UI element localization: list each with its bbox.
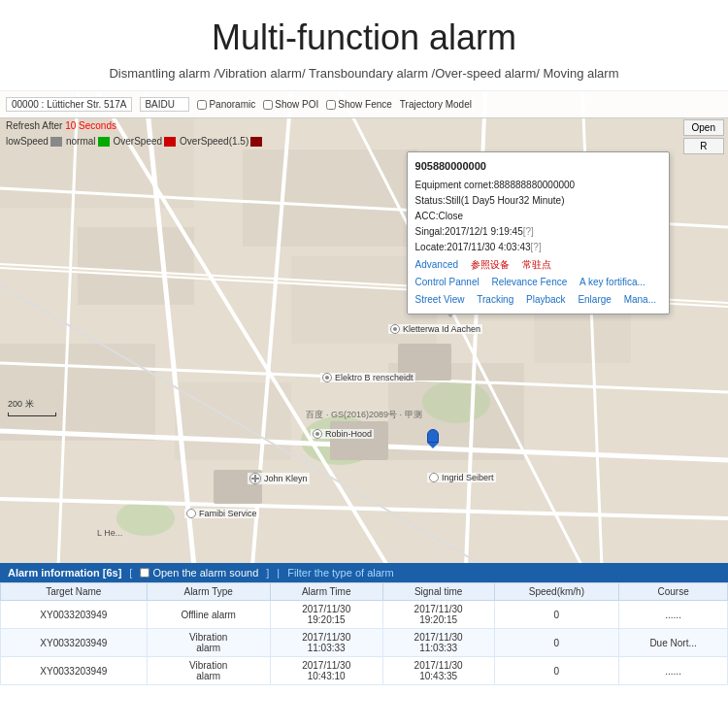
popup-acc: ACC:Close bbox=[415, 209, 661, 224]
popup-equipment: Equipment cornet:888888880000000 bbox=[415, 178, 661, 193]
lowspeed-legend: lowSpeed bbox=[6, 136, 62, 147]
svg-rect-3 bbox=[78, 227, 194, 305]
alarm-section: Alarm information [6s] [ Open the alarm … bbox=[0, 563, 728, 728]
open-button[interactable]: Open bbox=[683, 119, 724, 136]
popup-signal: Singal:2017/12/1 9:19:45[?] bbox=[415, 224, 661, 240]
svg-rect-7 bbox=[0, 344, 155, 441]
link-enlarge[interactable]: Enlarge bbox=[578, 294, 611, 305]
link-streetview[interactable]: Street View bbox=[415, 294, 465, 305]
overspeed15-legend: OverSpeed(1.5) bbox=[180, 136, 262, 147]
map-side-buttons: Open R bbox=[683, 119, 724, 154]
normal-dot bbox=[98, 137, 110, 147]
map-toolbar: 00000 : Lütticher Str. 517A BAIDU Panora… bbox=[0, 91, 728, 118]
link-tracking[interactable]: Tracking bbox=[477, 294, 513, 305]
table-row: XY0033203949Vibration alarm2017/11/30 11… bbox=[1, 629, 728, 657]
page-title: Multi-function alarm bbox=[10, 17, 718, 58]
svg-rect-2 bbox=[243, 149, 417, 247]
popup-links-row1: Advanced 参照设备 常驻点 bbox=[415, 257, 661, 273]
place-lhe: L He... bbox=[97, 528, 122, 538]
table-row: XY0033203949Offline alarm2017/11/30 19:2… bbox=[1, 601, 728, 629]
link-resident[interactable]: 常驻点 bbox=[522, 259, 551, 270]
alarm-table-header-row: Target Name Alarm Type Alarm Time Signal… bbox=[1, 583, 728, 601]
popup-locate: Locate:2017/11/30 4:03:43[?] bbox=[415, 240, 661, 255]
alarm-sound-label: Open the alarm sound bbox=[152, 567, 258, 579]
place-robin: Robin-Hood bbox=[311, 429, 374, 439]
overspeed-legend: OverSpeed bbox=[114, 136, 177, 147]
alarm-table: Target Name Alarm Type Alarm Time Signal… bbox=[0, 582, 728, 685]
overspeed-dot bbox=[164, 137, 176, 147]
popup-links-row3: Street View Tracking Playback Enlarge Ma… bbox=[415, 292, 661, 308]
place-kletterwa: Kletterwa Id Aachen bbox=[388, 324, 482, 334]
popup-links-row2: Control Pannel Relevance Fence A key for… bbox=[415, 275, 661, 290]
r-button[interactable]: R bbox=[683, 138, 724, 154]
refresh-text: Refresh After 10 Seconds bbox=[6, 120, 116, 131]
place-john: John Kleyn bbox=[248, 473, 310, 484]
alarm-sound-check[interactable]: Open the alarm sound bbox=[140, 567, 258, 579]
link-control[interactable]: Control Pannel bbox=[415, 277, 480, 287]
link-manage[interactable]: Mana... bbox=[624, 294, 656, 305]
map-container[interactable]: 00000 : Lütticher Str. 517A BAIDU Panora… bbox=[0, 91, 728, 567]
lowspeed-dot bbox=[50, 137, 62, 147]
col-target: Target Name bbox=[1, 583, 148, 601]
info-popup: 905880000000 Equipment cornet:8888888800… bbox=[407, 151, 670, 314]
panoramic-check[interactable]: Panoramic bbox=[197, 99, 255, 110]
device-pin[interactable] bbox=[427, 429, 439, 447]
popup-status: Status:Still(1 Day5 Hour32 Minute) bbox=[415, 193, 661, 209]
overspeed15-dot bbox=[250, 137, 262, 147]
map-copyright: 百度 · GS(2016)2089号 · 甲测 bbox=[0, 409, 728, 421]
show-fence-check[interactable]: Show Fence bbox=[326, 99, 392, 110]
header: Multi-function alarm Dismantling alarm /… bbox=[0, 0, 728, 91]
speed-legend: lowSpeed normal OverSpeed OverSpeed(1.5) bbox=[6, 136, 262, 147]
trajectory-label: Trajectory Model bbox=[400, 99, 472, 110]
map-type-select[interactable]: BAIDU bbox=[140, 97, 189, 112]
alarm-title: Alarm information [6s] bbox=[8, 567, 121, 579]
address-display: 00000 : Lütticher Str. 517A bbox=[6, 97, 132, 112]
alarm-header: Alarm information [6s] [ Open the alarm … bbox=[0, 563, 728, 582]
popup-device-id: 905880000000 bbox=[415, 158, 661, 176]
col-course: Course bbox=[619, 583, 728, 601]
link-fortify[interactable]: A key fortifica... bbox=[579, 277, 645, 287]
svg-rect-27 bbox=[330, 421, 388, 460]
col-type: Alarm Type bbox=[147, 583, 270, 601]
alarm-filter-link[interactable]: Filter the type of alarm bbox=[287, 567, 393, 579]
page-subtitle: Dismantling alarm /Vibration alarm/ Tran… bbox=[10, 66, 718, 81]
link-playback[interactable]: Playback bbox=[526, 294, 566, 305]
place-famibi: Famibi Service bbox=[184, 509, 259, 518]
table-row: XY0033203949Vibration alarm2017/11/30 10… bbox=[1, 657, 728, 685]
place-elektro: Elektro B renscheidt bbox=[320, 373, 415, 382]
show-poi-check[interactable]: Show POI bbox=[263, 99, 318, 110]
refresh-seconds: 10 Seconds bbox=[65, 120, 116, 131]
col-signal-time: Signal time bbox=[382, 583, 494, 601]
link-advanced[interactable]: Advanced bbox=[415, 259, 458, 270]
col-alarm-time: Alarm Time bbox=[270, 583, 382, 601]
link-ref-device[interactable]: 参照设备 bbox=[471, 259, 510, 270]
col-speed: Speed(km/h) bbox=[494, 583, 619, 601]
normal-legend: normal bbox=[66, 136, 110, 147]
link-fence[interactable]: Relevance Fence bbox=[491, 277, 567, 287]
place-ingrid: Ingrid Seibert bbox=[427, 473, 496, 482]
svg-point-11 bbox=[116, 501, 175, 536]
